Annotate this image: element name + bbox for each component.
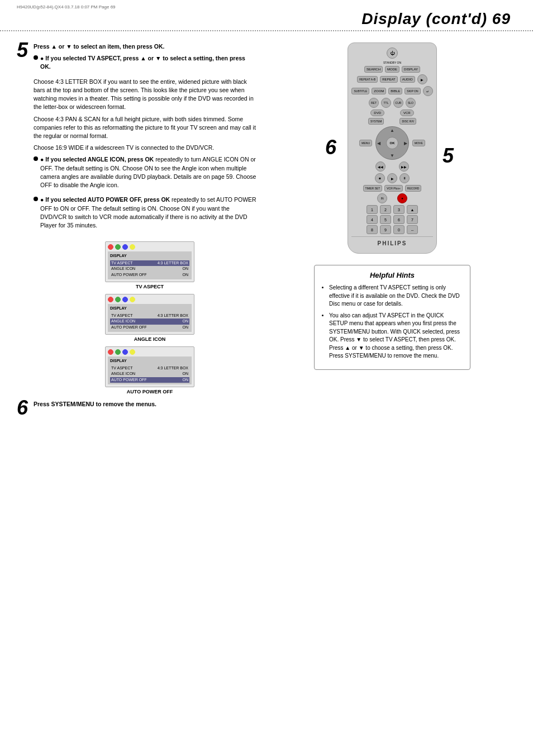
remote-top: ⏻ (351, 47, 433, 59)
nav-up-icon[interactable]: ▲ (390, 128, 394, 133)
tv-icon-yellow-3 (130, 349, 135, 355)
digit-4[interactable]: 4 (367, 215, 378, 224)
menu-button[interactable]: MENU (359, 140, 372, 146)
digit-row-1: 1 2 3 ▲ (351, 205, 433, 214)
record-dot-row: IN ● (351, 193, 433, 203)
cur-preset-button[interactable]: CUR (393, 98, 403, 108)
tv-icon-yellow-2 (130, 297, 135, 302)
digit-7-extra[interactable]: 7 (407, 215, 418, 224)
nav-pad[interactable]: ▲ ▼ ◀ ▶ OK (375, 126, 409, 160)
bible-button[interactable]: BIBLE (388, 88, 402, 94)
tv-aspect-row-1: TV ASPECT4:3 LETTER BOX (110, 260, 189, 267)
digit-1[interactable]: 1 (367, 205, 378, 214)
repeat-row: REPEAT A-B REPEAT AUDIO ▶ (351, 74, 433, 84)
vcr-button[interactable]: VCR (400, 110, 414, 116)
record-dot-button[interactable]: ● (397, 193, 407, 203)
ok-button[interactable]: OK (386, 137, 398, 149)
subtitle-button[interactable]: SUBTITLE (351, 88, 369, 94)
digit-5[interactable]: 5 (380, 215, 391, 224)
timer-row: TIMER SET VCR Plus+ RECORD (351, 185, 433, 192)
auto-row-2: ANGLE ICONON (110, 371, 189, 377)
bullet-dot-2 (34, 156, 38, 161)
digit-2[interactable]: 2 (380, 205, 391, 214)
auto-power-label: AUTO POWER OFF (127, 389, 173, 394)
audio-button[interactable]: AUDIO (400, 76, 415, 83)
hint-item-1: Selecting a different TV ASPECT setting … (329, 284, 463, 308)
input-button[interactable]: IN (377, 193, 387, 203)
tv-icon-blue (122, 244, 128, 250)
rew-button[interactable]: ◀◀ (375, 161, 386, 172)
play-button[interactable]: ▶ (387, 173, 397, 183)
pause-button[interactable]: ⏸ (399, 173, 410, 183)
standby-label: STANDBY ON (351, 61, 433, 64)
step5-main-instruction: Press ▲ or ▼ to select an item, then pre… (34, 43, 164, 50)
tv-aspect-menu: DISPLAY TV ASPECT4:3 LETTER BOX ANGLE IC… (108, 251, 192, 279)
nav-right-icon[interactable]: ▶ (404, 141, 407, 146)
disc-rv-button[interactable]: DISC R/V (399, 118, 416, 125)
digit-dash[interactable]: -- (407, 225, 418, 234)
tv-icon-green-2 (115, 297, 121, 302)
tv-aspect-display: DISPLAY TV ASPECT4:3 LETTER BOX ANGLE IC… (105, 241, 194, 282)
auto-power-menu: DISPLAY TV ASPECT4:3 LETTER BOX ANGLE IC… (108, 356, 192, 384)
remote-container: ⏻ STANDBY ON SEARCH MODE DISPLAY REPEAT … (336, 42, 448, 254)
arrow-right-button[interactable]: ▶ (417, 74, 427, 84)
repeat-ab-button[interactable]: REPEAT A-B (357, 76, 378, 83)
nav-left-icon[interactable]: ◀ (377, 141, 380, 146)
step-5-content: Press ▲ or ▼ to select an item, then pre… (34, 42, 257, 236)
system-button[interactable]: SYSTEM (368, 118, 384, 125)
zoom-button[interactable]: ZOOM (372, 88, 386, 94)
digit-row-3: 8 9 0 -- (351, 225, 433, 234)
page-title: Display (cont'd) 69 (361, 10, 511, 28)
skip-on-button[interactable]: SKIP ON (404, 88, 420, 94)
subtitle-row: SUBTITLE ZOOM BIBLE SKIP ON ↵ (351, 86, 433, 96)
nav-down-icon[interactable]: ▼ (390, 153, 394, 158)
nav-row: MENU ▲ ▼ ◀ ▶ OK MOVE (351, 126, 433, 160)
tv-top-icons-2 (108, 297, 192, 302)
stop-button[interactable]: ■ (375, 173, 385, 183)
tv-aspect-row-2: ANGLE ICONON (110, 266, 189, 272)
auto-row-3: AUTO POWER OFFON (110, 377, 189, 383)
philips-logo: PHILIPS (351, 240, 433, 246)
step6-instruction: Press SYSTEM/MENU to remove the menus. (34, 400, 257, 408)
transport-row1: ◀◀ ▶▶ (351, 161, 433, 172)
digit-9[interactable]: 9 (380, 225, 391, 234)
tv-aspect-row-3: AUTO POWER OFFON (110, 272, 189, 278)
digit-4-extra[interactable]: ▲ (407, 205, 418, 214)
angle-row-1: TV ASPECT4:3 LETTER BOX (110, 313, 189, 319)
title-button[interactable]: TTL (381, 98, 391, 108)
auto-power-display: DISPLAY TV ASPECT4:3 LETTER BOX ANGLE IC… (105, 346, 194, 387)
digit-3[interactable]: 3 (393, 205, 404, 214)
repeat-button[interactable]: REPEAT (380, 76, 398, 83)
vcr-tv-row: SYSTEM DISC R/V (351, 118, 433, 125)
tv-icon-green (115, 244, 121, 250)
step5-bullet2: ● If you selected ANGLE ICON, press OK r… (34, 155, 257, 193)
enter-circle-button[interactable]: ↵ (423, 86, 433, 96)
slow-button[interactable]: SLO (406, 98, 416, 108)
digit-row-2: 4 5 6 7 (351, 215, 433, 224)
timer-set-button[interactable]: TIMER SET (363, 185, 383, 192)
return-button[interactable]: RET (369, 98, 379, 108)
step-5-number: 5 (17, 40, 28, 236)
step5-bullet1: ● If you selected TV ASPECT, press ▲ or … (34, 54, 257, 74)
tv-icon-blue-3 (122, 349, 128, 355)
record-button[interactable]: RECORD (405, 185, 422, 192)
move-button[interactable]: MOVE (412, 140, 425, 146)
remote-step-6-overlay: 6 (325, 137, 336, 158)
digit-0[interactable]: 0 (393, 225, 404, 234)
angle-icon-display: DISPLAY TV ASPECT4:3 LETTER BOX ANGLE IC… (105, 294, 194, 335)
dvd-button[interactable]: DVD (370, 110, 384, 116)
search-button[interactable]: SEARCH (364, 66, 383, 73)
standby-button[interactable]: ⏻ (387, 47, 398, 59)
digit-8[interactable]: 8 (367, 225, 378, 234)
tv-top-icons-3 (108, 349, 192, 355)
tv-icon-yellow (130, 244, 135, 250)
display-button[interactable]: DISPLAY (402, 66, 420, 73)
top-buttons-row: SEARCH MODE DISPLAY (351, 66, 433, 73)
ff-button[interactable]: ▶▶ (399, 161, 409, 172)
vcr-plus-button[interactable]: VCR Plus+ (384, 185, 403, 192)
digit-6[interactable]: 6 (393, 215, 404, 224)
mode-button[interactable]: MODE (385, 66, 399, 73)
step5-bullet3: ● If you selected AUTO POWER OFF, press … (34, 196, 257, 233)
step5-para3: Choose 16:9 WIDE if a widescreen TV is c… (34, 144, 257, 152)
bullet-dot-1 (34, 55, 38, 60)
